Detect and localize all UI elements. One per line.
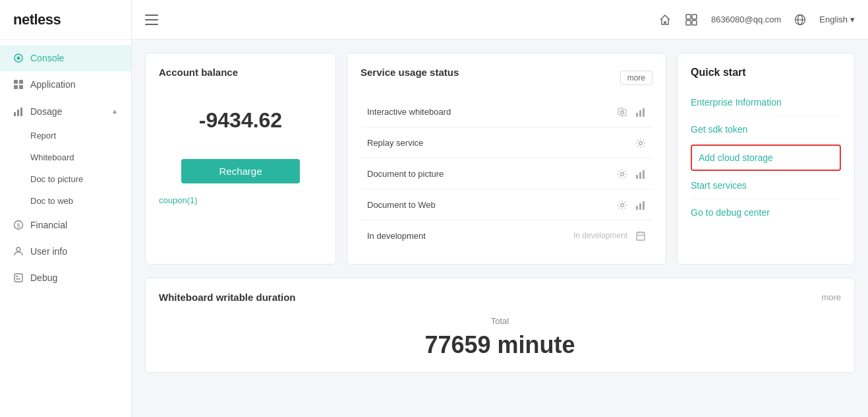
logo-area: netless [0,0,131,40]
service-row-interactive-whiteboard: Interactive whiteboard [361,96,652,127]
svg-rect-14 [16,278,20,280]
gear-icon[interactable] [617,199,627,210]
chart-icon[interactable] [635,106,646,117]
language-selector[interactable]: English ▾ [819,15,855,24]
sidebar-item-doc-to-picture[interactable]: Doc to picture [30,168,131,190]
user-email: 8636080@qq.com [711,15,781,24]
debug-icon [13,273,24,283]
sidebar-item-user-info[interactable]: User info [0,238,131,265]
quick-start-title: Quick start [691,67,841,79]
chevron-down-icon: ▾ [850,15,855,24]
in-development-status: In development [573,231,627,240]
svg-rect-32 [643,170,645,179]
svg-rect-20 [686,20,691,25]
svg-point-33 [621,203,624,207]
dosage-icon [13,106,24,117]
service-name: Document to picture [367,169,444,179]
sidebar-item-console[interactable]: Console [0,45,131,71]
sidebar-item-console-label: Console [30,53,64,63]
globe-icon [794,14,806,26]
gear-icon[interactable] [617,168,627,179]
bottom-section: Whiteboard writable duration more Total … [132,278,868,386]
quick-link-add-cloud-storage[interactable]: Add cloud storage [691,144,841,171]
clock-icon [635,230,646,241]
svg-rect-16 [145,19,158,20]
sidebar-item-application-label: Application [30,79,76,90]
service-usage-more-button[interactable]: more [620,71,652,85]
svg-point-29 [621,172,624,176]
svg-rect-19 [692,15,697,19]
svg-rect-37 [637,232,645,240]
svg-rect-27 [643,108,645,117]
total-label: Total [159,316,841,326]
quick-link-start-services[interactable]: Start services [691,172,841,199]
chevron-up-icon: ▲ [111,108,118,115]
quick-link-get-sdk-token[interactable]: Get sdk token [691,116,841,143]
svg-rect-36 [643,201,645,210]
quick-link-debug-center[interactable]: Go to debug center [691,199,841,226]
svg-rect-18 [686,15,691,19]
svg-rect-21 [692,20,697,25]
sidebar-item-dosage[interactable]: Dosage ▲ [0,98,131,125]
svg-rect-15 [145,15,158,16]
svg-rect-2 [14,80,18,84]
total-value: 77659 minute [159,331,841,359]
gear-icon[interactable] [617,106,627,117]
balance-amount: -9434.62 [159,108,322,133]
svg-rect-34 [636,206,638,210]
coupon-link[interactable]: coupon(1) [159,195,198,205]
whiteboard-card: Whiteboard writable duration more Total … [145,278,855,373]
sidebar-dosage-sub: Report Whiteboard Doc to picture Doc to … [0,125,131,212]
dashboard-icon[interactable] [685,13,698,26]
svg-rect-7 [17,110,19,116]
svg-point-1 [17,57,20,60]
svg-rect-35 [639,203,641,210]
svg-point-28 [639,141,643,144]
chart-icon[interactable] [635,168,646,179]
svg-rect-5 [19,85,23,89]
service-name: Interactive whiteboard [367,107,451,117]
logo: netless [13,11,61,28]
service-row-doc-to-picture: Document to picture [361,158,652,189]
recharge-button[interactable]: Recharge [181,159,300,183]
svg-rect-12 [14,274,22,282]
account-balance-card: Account balance -9434.62 Recharge coupon… [145,53,336,265]
main-area: 8636080@qq.com English ▾ Account balance… [132,0,868,417]
sidebar-item-application[interactable]: Application [0,71,131,98]
user-icon [13,246,24,257]
sidebar-nav: Console Application [0,40,131,417]
language-label: English [819,15,848,24]
dashboard-cards: Account balance -9434.62 Recharge coupon… [132,40,868,278]
whiteboard-more-button[interactable]: more [821,292,841,302]
svg-rect-30 [636,175,638,179]
service-row-replay: Replay service [361,127,652,158]
service-name: Replay service [367,138,423,148]
svg-rect-17 [145,24,158,25]
sidebar-item-dosage-label: Dosage [30,106,62,117]
account-balance-title: Account balance [159,67,238,78]
service-name: In development [367,231,426,241]
svg-text:$: $ [16,222,20,229]
sidebar-item-financial[interactable]: $ Financial [0,212,131,238]
console-icon [13,53,24,63]
sidebar-item-report[interactable]: Report [30,125,131,146]
topbar: 8636080@qq.com English ▾ [132,0,868,40]
menu-icon[interactable] [145,13,158,26]
sidebar: netless Console Applicati [0,0,132,417]
service-usage-title: Service usage status [361,67,459,78]
gear-icon[interactable] [635,137,646,148]
sidebar-item-user-info-label: User info [30,246,67,257]
sidebar-item-debug[interactable]: Debug [0,265,131,291]
home-icon[interactable] [658,13,672,26]
service-name: Document to Web [367,200,436,210]
service-row-in-development: In development In development [361,220,652,251]
svg-rect-31 [639,172,641,179]
svg-rect-4 [14,85,18,89]
svg-rect-8 [20,108,22,116]
quick-link-enterprise-info[interactable]: Enterprise Information [691,89,841,116]
chart-icon[interactable] [635,199,646,210]
sidebar-item-doc-to-web[interactable]: Doc to web [30,190,131,212]
sidebar-item-whiteboard[interactable]: Whiteboard [30,146,131,168]
svg-rect-25 [636,113,638,117]
svg-rect-6 [14,112,16,116]
